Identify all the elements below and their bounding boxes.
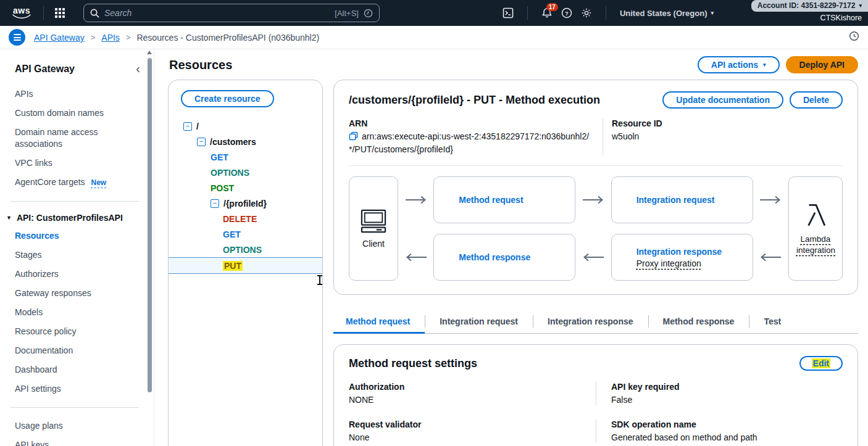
sidebar-item-custom-domain-names[interactable]: Custom domain names (0, 104, 154, 123)
collapse-expander-icon[interactable]: − (197, 138, 206, 146)
sidebar-scrollbar[interactable] (148, 58, 152, 392)
username-label: CTSKishore (820, 14, 862, 22)
aws-logo[interactable]: aws (10, 7, 33, 19)
account-menu[interactable]: Account ID: 4351-8229-7172 ▾ (751, 0, 868, 12)
sidebar-item-api-keys[interactable]: API keys (0, 436, 154, 446)
sidebar-item-dashboard[interactable]: Dashboard (0, 360, 154, 379)
main-content: Resources API actions ▾ Deploy API Creat… (154, 49, 868, 446)
settings-card-title: Method request settings (349, 357, 477, 370)
deploy-api-button[interactable]: Deploy API (786, 56, 858, 73)
sidebar-item-stages[interactable]: Stages (0, 246, 154, 265)
integration-response-link[interactable]: Integration response (636, 247, 722, 257)
field-label: SDK operation name (611, 419, 843, 429)
method-request-box[interactable]: Method request (433, 176, 575, 223)
notifications-bell-icon[interactable]: 17 (541, 7, 553, 19)
method-execution-card: /customers/{profileId} - PUT - Method ex… (333, 80, 858, 295)
tab-method-response[interactable]: Method response (648, 310, 749, 333)
nav-divider (527, 6, 528, 20)
sidebar-item-api-settings[interactable]: API settings (0, 379, 154, 399)
sidebar-item-usage-plans[interactable]: Usage plans (0, 416, 154, 436)
page-header: Resources API actions ▾ Deploy API (154, 49, 868, 80)
breadcrumb-separator: > (91, 33, 96, 42)
collapse-expander-icon[interactable]: − (211, 199, 219, 208)
tree-method-profileid-put-selected[interactable]: PUT (169, 257, 322, 274)
sidebar-collapse-icon[interactable]: ‹ (136, 62, 140, 76)
tab-integration-request[interactable]: Integration request (425, 310, 533, 333)
sidebar-item-gateway-responses[interactable]: Gateway responses (0, 284, 154, 303)
cloudshell-icon[interactable] (503, 7, 514, 19)
sidebar-item-vpc-links[interactable]: VPC links (0, 154, 154, 173)
edit-button[interactable]: Edit (799, 356, 843, 371)
sidebar-api-section-header[interactable]: ▼ API: CustomerProfilesAPI (0, 210, 154, 226)
update-documentation-button[interactable]: Update documentation (662, 91, 783, 109)
notification-count-badge: 17 (546, 3, 558, 11)
tree-method-customers-options[interactable]: OPTIONS (169, 165, 322, 180)
services-menu-icon[interactable] (55, 8, 65, 18)
copy-icon[interactable] (349, 131, 358, 144)
settings-fields: Authorization NONE API key required Fals… (349, 382, 843, 442)
lambda-integration-box: Lambda integration (788, 176, 843, 281)
sidebar-item-models[interactable]: Models (0, 303, 154, 322)
method-response-box[interactable]: Method response (433, 234, 575, 281)
sidebar-item-apis[interactable]: APIs (0, 85, 154, 104)
integration-response-box[interactable]: Integration response Proxy integration (611, 234, 753, 281)
tree-method-profileid-options[interactable]: OPTIONS (169, 242, 322, 257)
tree-node-label: /{profileId} (223, 199, 267, 209)
method-meta-row: ARN arn:aws:execute-api:us-west-2:435182… (349, 118, 843, 166)
lambda-integration-label[interactable]: Lambda integration (796, 234, 835, 256)
integration-request-box[interactable]: Integration request (611, 176, 753, 223)
help-icon[interactable]: ? (561, 7, 572, 19)
tree-node-root[interactable]: − / (169, 118, 322, 134)
field-value: None (349, 432, 596, 442)
recently-visited-icon[interactable] (849, 31, 859, 44)
scrollbar-up-arrow[interactable] (147, 51, 152, 54)
tree-method-profileid-get[interactable]: GET (169, 226, 322, 242)
sidebar-item-authorizers[interactable]: Authorizers (0, 265, 154, 284)
side-menu-toggle[interactable] (9, 29, 25, 46)
sidebar-item-agentcore-targets[interactable]: AgentCore targets New (0, 173, 154, 192)
collapse-expander-icon[interactable]: − (183, 122, 192, 131)
tree-method-customers-post[interactable]: POST (169, 180, 322, 196)
sidebar-item-documentation[interactable]: Documentation (0, 341, 154, 360)
api-actions-button[interactable]: API actions ▾ (698, 56, 780, 73)
new-badge: New (91, 178, 107, 187)
tree-method-customers-get[interactable]: GET (169, 149, 322, 165)
tree-node-customers[interactable]: − /customers (169, 134, 322, 149)
nav-divider (606, 6, 606, 20)
sidebar-api-section-title: API: CustomerProfilesAPI (17, 213, 123, 223)
arrow-left-icon (582, 253, 605, 262)
arn-label: ARN (349, 118, 593, 128)
create-resource-button[interactable]: Create resource (181, 90, 274, 107)
tab-integration-response[interactable]: Integration response (533, 310, 648, 333)
global-search[interactable]: [Alt+S] (83, 4, 380, 22)
method-request-link[interactable]: Method request (459, 195, 523, 205)
proxy-integration-label[interactable]: Proxy integration (636, 258, 701, 268)
settings-gear-icon[interactable] (581, 7, 592, 19)
field-value: Generated based on method and path (611, 432, 843, 442)
sidebar-item-resources[interactable]: Resources (0, 226, 154, 246)
breadcrumb-link-api-gateway[interactable]: API Gateway (34, 33, 85, 43)
tree-node-profileid[interactable]: − /{profileId} (169, 196, 322, 211)
resources-tree-panel: Create resource − / − /customers GET OPT… (168, 80, 323, 446)
delete-method-button[interactable]: Delete (790, 91, 843, 109)
sidebar-item-label: AgentCore targets (15, 177, 85, 187)
tree-method-profileid-delete[interactable]: DELETE (169, 211, 322, 226)
integration-request-link[interactable]: Integration request (636, 195, 715, 205)
sidebar-item-resource-policy[interactable]: Resource policy (0, 322, 154, 341)
chevron-down-icon: ▾ (711, 10, 714, 16)
search-settings-icon[interactable] (364, 9, 373, 18)
sidebar-item-domain-name-access-associations[interactable]: Domain name access associations (0, 123, 154, 154)
field-value: False (611, 395, 843, 405)
breadcrumb-link-apis[interactable]: APIs (101, 33, 120, 43)
field-label: Request validator (349, 419, 596, 429)
method-response-link[interactable]: Method response (459, 252, 530, 262)
field-value: NONE (349, 395, 596, 405)
region-selector[interactable]: United States (Oregon) ▾ (620, 9, 714, 18)
page-title: Resources (169, 58, 232, 72)
method-tabs: Method request Integration request Integ… (333, 310, 858, 334)
aws-smile (12, 14, 31, 19)
breadcrumb-separator: > (126, 33, 131, 42)
tab-method-request[interactable]: Method request (333, 310, 425, 333)
search-input[interactable] (104, 8, 330, 18)
tab-test[interactable]: Test (749, 310, 796, 333)
